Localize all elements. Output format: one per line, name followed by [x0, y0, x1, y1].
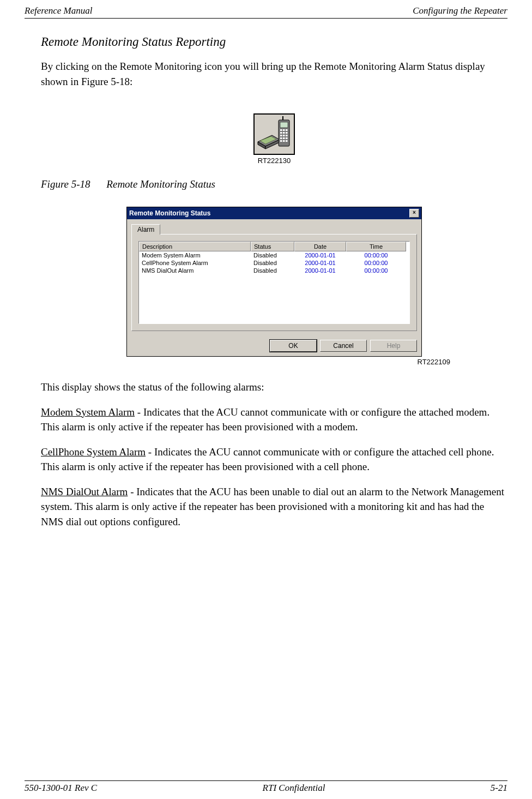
- help-button[interactable]: Help: [370, 340, 417, 352]
- alarm-desc-cellphone: CellPhone System Alarm - Indicates the A…: [41, 444, 507, 474]
- dialog-buttons: OK Cancel Help: [127, 335, 421, 356]
- dialog-titlebar: Remote Monitoring Status ×: [127, 207, 421, 219]
- svg-rect-9: [283, 129, 285, 131]
- svg-rect-20: [280, 140, 282, 142]
- svg-rect-17: [280, 137, 282, 139]
- section-title: Remote Monitoring Status Reporting: [41, 35, 507, 49]
- figure-title: Remote Monitoring Status: [106, 178, 215, 190]
- svg-rect-22: [286, 140, 288, 142]
- alarm-name: Modem System Alarm: [41, 406, 135, 418]
- dialog-figure-id: RT222109: [418, 358, 450, 366]
- list-row[interactable]: CellPhone System Alarm Disabled 2000-01-…: [139, 259, 409, 267]
- figure-caption: Figure 5-18 Remote Monitoring Status: [41, 178, 507, 190]
- alarm-name: NMS DialOut Alarm: [41, 486, 128, 497]
- tab-alarm[interactable]: Alarm: [131, 224, 160, 235]
- alarm-desc-nms: NMS DialOut Alarm - Indicates that the A…: [41, 484, 507, 530]
- col-description[interactable]: Description: [139, 242, 251, 251]
- icon-figure-id: RT222130: [258, 157, 291, 165]
- svg-rect-21: [283, 140, 285, 142]
- svg-rect-14: [280, 135, 282, 136]
- svg-rect-11: [280, 132, 282, 134]
- tab-panel: Description Status Date Time Modem Syste…: [131, 234, 417, 331]
- remote-monitoring-icon[interactable]: [253, 113, 295, 155]
- dialog-figure: Remote Monitoring Status × Alarm Descrip…: [41, 207, 507, 366]
- header-right: Configuring the Repeater: [413, 5, 507, 16]
- alarm-name: CellPhone System Alarm: [41, 446, 146, 458]
- header-left: Reference Manual: [25, 5, 92, 16]
- list-row[interactable]: NMS DialOut Alarm Disabled 2000-01-01 00…: [139, 267, 409, 274]
- col-time[interactable]: Time: [346, 242, 406, 251]
- dialog-title: Remote Monitoring Status: [129, 209, 210, 217]
- cancel-button[interactable]: Cancel: [320, 340, 367, 352]
- alarm-desc-modem: Modem System Alarm - Indicates that the …: [41, 405, 507, 435]
- svg-rect-19: [286, 137, 288, 139]
- figure-number: Figure 5-18: [41, 178, 90, 190]
- list-row[interactable]: Modem System Alarm Disabled 2000-01-01 0…: [139, 251, 409, 259]
- svg-rect-15: [283, 135, 285, 136]
- svg-rect-6: [280, 122, 288, 128]
- footer-center: RTI Confidential: [263, 783, 325, 794]
- svg-rect-12: [283, 132, 285, 134]
- footer-right: 5-21: [491, 783, 507, 794]
- icon-figure: RT222130: [41, 113, 507, 165]
- footer-left: 550-1300-01 Rev C: [25, 783, 97, 794]
- list-header: Description Status Date Time: [139, 242, 409, 251]
- svg-rect-10: [286, 129, 288, 131]
- col-date[interactable]: Date: [294, 242, 346, 251]
- col-status[interactable]: Status: [251, 242, 294, 251]
- svg-rect-13: [286, 132, 288, 134]
- close-icon[interactable]: ×: [409, 209, 419, 218]
- svg-rect-16: [286, 135, 288, 136]
- svg-rect-8: [280, 129, 282, 131]
- ok-button[interactable]: OK: [270, 340, 317, 352]
- page-footer: 550-1300-01 Rev C RTI Confidential 5-21: [25, 780, 507, 794]
- intro-paragraph: By clicking on the Remote Monitoring ico…: [41, 59, 507, 89]
- svg-rect-18: [283, 137, 285, 139]
- alarm-list[interactable]: Description Status Date Time Modem Syste…: [138, 241, 410, 324]
- after-dialog-intro: This display shows the status of the fol…: [41, 380, 507, 395]
- page-header: Reference Manual Configuring the Repeate…: [25, 5, 507, 19]
- remote-monitoring-status-dialog: Remote Monitoring Status × Alarm Descrip…: [126, 207, 422, 357]
